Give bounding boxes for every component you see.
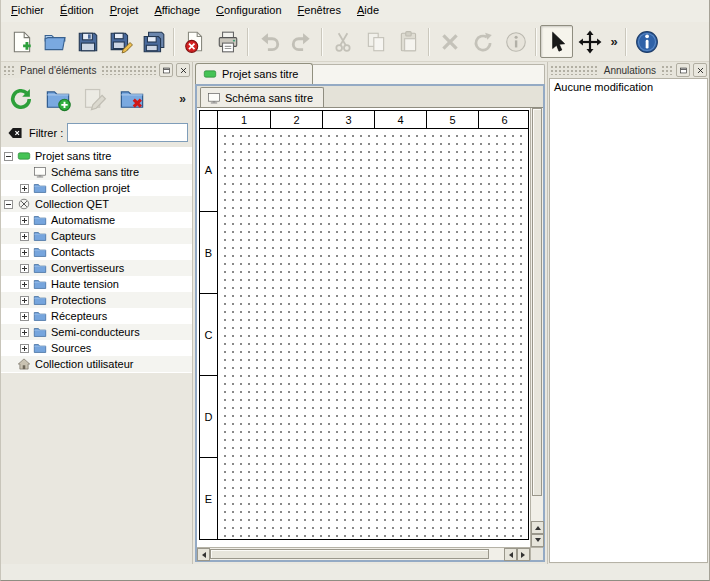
- expander-minus-icon[interactable]: [4, 152, 13, 161]
- tree-item-label: Automatisme: [47, 214, 115, 226]
- close-panel-button[interactable]: [176, 63, 190, 77]
- visualisation-mode-button[interactable]: [573, 25, 606, 58]
- rotate-icon: [471, 30, 495, 54]
- row-ruler: ABCDE: [200, 129, 218, 539]
- element-infos-button[interactable]: [499, 25, 532, 58]
- delete-element-button[interactable]: [115, 82, 149, 116]
- vscroll-track[interactable]: [531, 108, 543, 521]
- float-icon: [679, 66, 688, 75]
- close-project-button[interactable]: [178, 25, 211, 58]
- arrow-left-icon: [506, 552, 513, 558]
- tree-item-label: Projet sans titre: [31, 150, 111, 162]
- scroll-down-button[interactable]: [531, 534, 544, 547]
- expander-plus-icon[interactable]: [20, 232, 29, 241]
- horizontal-scrollbar[interactable]: [197, 547, 530, 560]
- menu-bar: FichierÉditionProjetAffichageConfigurati…: [1, 0, 709, 22]
- reload-collections-button[interactable]: [4, 82, 38, 116]
- dock-drag-handle[interactable]: [661, 65, 673, 75]
- scroll-left-button[interactable]: [197, 548, 210, 561]
- expander-plus-icon[interactable]: [20, 264, 29, 273]
- tree-item-sources[interactable]: Sources: [1, 340, 192, 356]
- float-panel-button[interactable]: [159, 63, 173, 77]
- menu-item-fenetres[interactable]: Fenêtres: [290, 0, 349, 22]
- panel-toolbar-extension-button[interactable]: »: [176, 92, 189, 106]
- delete-button[interactable]: [433, 25, 466, 58]
- open-project-button[interactable]: [38, 25, 71, 58]
- refresh-icon: [8, 86, 34, 112]
- vertical-scrollbar[interactable]: [530, 108, 543, 547]
- tree-item-label: Protections: [47, 294, 106, 306]
- expander-plus-icon[interactable]: [20, 312, 29, 321]
- tree-item-haute-tension[interactable]: Haute tension: [1, 276, 192, 292]
- folder-open-icon: [43, 30, 67, 54]
- tree-item-protections[interactable]: Protections: [1, 292, 192, 308]
- print-button[interactable]: [211, 25, 244, 58]
- edit-element-button[interactable]: [78, 82, 112, 116]
- redo-button[interactable]: [285, 25, 318, 58]
- float-panel-button[interactable]: [676, 63, 690, 77]
- tree-item-collection-projet[interactable]: Collection projet: [1, 180, 192, 196]
- new-element-button[interactable]: [41, 82, 75, 116]
- menu-item-configuration[interactable]: Configuration: [208, 0, 289, 22]
- hscroll-track[interactable]: [210, 548, 504, 560]
- save-project-button[interactable]: [71, 25, 104, 58]
- diagram-canvas[interactable]: 123456 ABCDE: [197, 108, 530, 547]
- dock-drag-handle[interactable]: [550, 65, 599, 75]
- expander-plus-icon[interactable]: [20, 248, 29, 257]
- about-qet-button[interactable]: [630, 25, 663, 58]
- tree-item-capteurs[interactable]: Capteurs: [1, 228, 192, 244]
- edit-icon: [82, 86, 108, 112]
- vscroll-thumb[interactable]: [532, 108, 542, 496]
- close-panel-button[interactable]: [693, 63, 707, 77]
- dock-drag-handle[interactable]: [101, 65, 156, 75]
- select-mode-button[interactable]: [540, 25, 573, 58]
- save-all-button[interactable]: [137, 25, 170, 58]
- menu-item-projet[interactable]: Projet: [102, 0, 147, 22]
- tree-item-recepteurs[interactable]: Récepteurs: [1, 308, 192, 324]
- copy-button[interactable]: [359, 25, 392, 58]
- tree-item-projet-sans-titre[interactable]: Projet sans titre: [1, 148, 192, 164]
- tree-item-automatisme[interactable]: Automatisme: [1, 212, 192, 228]
- grid-area[interactable]: [218, 129, 528, 539]
- expander-plus-icon[interactable]: [20, 216, 29, 225]
- tree-item-contacts[interactable]: Contacts: [1, 244, 192, 260]
- new-project-button[interactable]: [5, 25, 38, 58]
- expander-plus-icon[interactable]: [20, 328, 29, 337]
- save-all-icon: [142, 30, 166, 54]
- filter-input[interactable]: [67, 123, 188, 142]
- scroll-up-button[interactable]: [531, 521, 544, 534]
- cut-button[interactable]: [326, 25, 359, 58]
- tree-item-collection-utilisateur[interactable]: Collection utilisateur: [1, 356, 192, 372]
- tree-item-schema-sans-titre[interactable]: Schéma sans titre: [1, 164, 192, 180]
- scroll-right-button[interactable]: [517, 548, 530, 561]
- toolbar-extension-button[interactable]: »: [606, 25, 622, 58]
- tab-project-sans-titre[interactable]: Projet sans titre: [195, 63, 313, 84]
- menu-item-fichier[interactable]: Fichier: [3, 0, 52, 22]
- column-label: 1: [218, 111, 270, 128]
- menu-item-affichage[interactable]: Affichage: [146, 0, 208, 22]
- expander-plus-icon[interactable]: [20, 184, 29, 193]
- expander-minus-icon[interactable]: [4, 200, 13, 209]
- tab-schema-sans-titre[interactable]: Schéma sans titre: [200, 87, 324, 107]
- expander-plus-icon[interactable]: [20, 296, 29, 305]
- undo-list[interactable]: Aucune modification: [549, 78, 708, 563]
- dock-drag-handle[interactable]: [3, 65, 15, 75]
- undo-button[interactable]: [252, 25, 285, 58]
- save-project-as-button[interactable]: [104, 25, 137, 58]
- tree-item-collection-qet[interactable]: Collection QET: [1, 196, 192, 212]
- clear-filter-button[interactable]: [5, 124, 25, 142]
- hscroll-thumb[interactable]: [210, 549, 489, 559]
- scroll-left-button-2[interactable]: [504, 548, 517, 561]
- document-new-icon: [10, 30, 34, 54]
- paste-button[interactable]: [392, 25, 425, 58]
- menu-item-edition[interactable]: Édition: [52, 0, 102, 22]
- rotate-button[interactable]: [466, 25, 499, 58]
- tree-item-convertisseurs[interactable]: Convertisseurs: [1, 260, 192, 276]
- tree-item-label: Sources: [47, 342, 91, 354]
- workspace: Projet sans titre Schéma sans titre 1234…: [193, 62, 547, 564]
- close-file-icon: [183, 30, 207, 54]
- tree-item-semi-conducteurs[interactable]: Semi-conducteurs: [1, 324, 192, 340]
- menu-item-aide[interactable]: Aide: [349, 0, 387, 22]
- expander-plus-icon[interactable]: [20, 280, 29, 289]
- expander-plus-icon[interactable]: [20, 344, 29, 353]
